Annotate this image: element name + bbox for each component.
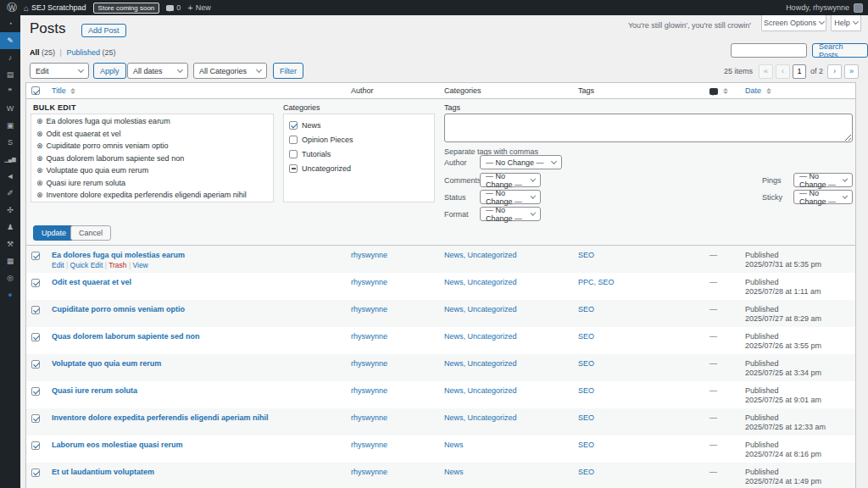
sort-by-date[interactable]: Date: [745, 86, 761, 95]
author-link[interactable]: rhyswynne: [351, 332, 387, 341]
tags-link[interactable]: PPC, SEO: [578, 278, 615, 286]
post-title-link[interactable]: Et ut laudantium voluptatem: [52, 468, 154, 476]
categories-link[interactable]: News, Uncategorized: [444, 359, 517, 368]
categories-link[interactable]: News, Uncategorized: [444, 278, 517, 286]
categories-link[interactable]: News, Uncategorized: [444, 332, 517, 341]
categories-link[interactable]: News, Uncategorized: [444, 413, 517, 422]
bulk-status-select[interactable]: — No Change —: [480, 190, 541, 204]
bulk-pings-select[interactable]: — No Change —: [793, 173, 853, 187]
bulk-comments-select[interactable]: — No Change —: [480, 173, 541, 187]
tags-link[interactable]: SEO: [578, 468, 594, 476]
author-link[interactable]: rhyswynne: [351, 278, 387, 286]
search-input[interactable]: [731, 43, 807, 58]
sort-by-title[interactable]: Title: [52, 86, 66, 95]
tags-link[interactable]: SEO: [578, 251, 594, 259]
last-page-button[interactable]: »: [844, 64, 859, 79]
author-link[interactable]: rhyswynne: [351, 413, 387, 422]
author-link[interactable]: rhyswynne: [351, 359, 387, 368]
howdy-text[interactable]: Howdy, rhyswynne: [786, 3, 849, 12]
row-checkbox[interactable]: [31, 441, 40, 450]
post-title-link[interactable]: Laborum eos molestiae quasi rerum: [52, 441, 183, 449]
tags-link[interactable]: SEO: [578, 332, 594, 341]
add-post-button[interactable]: Add Post: [81, 24, 126, 37]
update-button[interactable]: Update: [33, 225, 75, 241]
apply-button[interactable]: Apply: [93, 63, 126, 79]
post-title-link[interactable]: Cupiditate porro omnis veniam optio: [52, 305, 185, 313]
bulk-author-select[interactable]: — No Change —: [480, 155, 562, 169]
cancel-button[interactable]: Cancel: [70, 225, 111, 241]
sidebar-item-help-beacon[interactable]: ●: [0, 286, 20, 303]
select-all-checkbox[interactable]: [31, 86, 40, 95]
category-checkbox[interactable]: [289, 121, 298, 130]
author-link[interactable]: rhyswynne: [351, 441, 387, 449]
row-action-quick-edit[interactable]: Quick Edit: [70, 261, 103, 269]
bulk-tags-input[interactable]: [444, 114, 853, 142]
tags-link[interactable]: SEO: [578, 359, 594, 368]
remove-post-icon[interactable]: ⊗: [36, 177, 43, 190]
row-checkbox[interactable]: [31, 279, 40, 287]
row-action-edit[interactable]: Edit: [52, 261, 64, 269]
bulk-sticky-select[interactable]: — No Change —: [793, 190, 853, 204]
category-checkbox[interactable]: [289, 150, 298, 158]
remove-post-icon[interactable]: ⊗: [36, 164, 43, 177]
wordpress-logo-icon[interactable]: Ⓦ: [7, 3, 17, 13]
post-title-link[interactable]: Voluptate quo quia eum rerum: [52, 359, 161, 368]
post-title-link[interactable]: Ea dolores fuga qui molestias earum: [52, 251, 185, 259]
filter-button[interactable]: Filter: [273, 63, 303, 79]
post-title-link[interactable]: Quasi iure rerum soluta: [52, 386, 137, 395]
row-checkbox[interactable]: [31, 387, 40, 396]
row-action-trash[interactable]: Trash: [108, 261, 126, 269]
sidebar-item-plugins[interactable]: ✐: [0, 185, 20, 202]
store-coming-soon-badge[interactable]: Store coming soon: [93, 3, 160, 14]
adminbar-comments[interactable]: 0: [166, 3, 181, 12]
view-all-link[interactable]: All: [30, 48, 40, 57]
sidebar-item-analytics[interactable]: ▁▄▆: [0, 151, 20, 168]
tags-link[interactable]: SEO: [578, 305, 594, 313]
adminbar-new-menu[interactable]: + New: [187, 3, 210, 12]
remove-post-icon[interactable]: ⊗: [36, 140, 43, 152]
sidebar-item-woocommerce[interactable]: W: [0, 100, 20, 117]
author-link[interactable]: rhyswynne: [351, 251, 387, 259]
next-page-button[interactable]: ›: [827, 64, 842, 79]
current-page-input[interactable]: [793, 64, 806, 79]
sidebar-item-tools[interactable]: ⚒: [0, 236, 20, 252]
search-posts-button[interactable]: Search Posts: [812, 43, 868, 58]
screen-options-button[interactable]: Screen Options: [761, 15, 826, 31]
category-checkbox[interactable]: [289, 136, 298, 144]
author-link[interactable]: rhyswynne: [351, 468, 387, 476]
sidebar-item-appearance[interactable]: ▣: [0, 117, 20, 134]
category-checkbox[interactable]: [289, 164, 298, 173]
sidebar-item-site-kit[interactable]: S: [0, 134, 20, 151]
sidebar-item-users[interactable]: ♟: [0, 219, 20, 236]
post-title-link[interactable]: Odit est quaerat et vel: [52, 278, 131, 286]
row-checkbox[interactable]: [31, 252, 40, 260]
comments-column-header[interactable]: [709, 86, 745, 95]
categories-link[interactable]: News, Uncategorized: [444, 251, 517, 259]
sidebar-item-settings[interactable]: ▦: [0, 252, 20, 269]
tags-link[interactable]: SEO: [578, 413, 594, 422]
row-checkbox[interactable]: [31, 469, 40, 477]
remove-post-icon[interactable]: ⊗: [36, 189, 43, 202]
row-checkbox[interactable]: [31, 333, 40, 341]
remove-post-icon[interactable]: ⊗: [36, 152, 43, 165]
help-button[interactable]: Help: [831, 15, 861, 31]
categories-link[interactable]: News, Uncategorized: [444, 386, 517, 395]
author-link[interactable]: rhyswynne: [351, 305, 387, 313]
sidebar-item-pages[interactable]: ▤: [0, 66, 20, 83]
view-published-link[interactable]: Published: [66, 48, 100, 57]
sidebar-item-marketing[interactable]: ◄: [0, 168, 20, 185]
post-title-link[interactable]: Inventore dolore expedita perferendis el…: [52, 413, 269, 422]
sidebar-item-dashboard[interactable]: ◔: [0, 15, 20, 32]
date-filter-select[interactable]: All dates: [127, 63, 188, 79]
user-avatar[interactable]: [854, 3, 863, 13]
row-checkbox[interactable]: [31, 360, 40, 369]
author-link[interactable]: rhyswynne: [351, 386, 387, 395]
category-filter-select[interactable]: All Categories: [193, 63, 267, 79]
remove-post-icon[interactable]: ⊗: [36, 128, 43, 141]
tags-link[interactable]: SEO: [578, 441, 594, 449]
sidebar-item-posts[interactable]: ✎: [0, 32, 20, 49]
categories-link[interactable]: News: [444, 441, 464, 449]
row-checkbox[interactable]: [31, 414, 40, 423]
tags-link[interactable]: SEO: [578, 386, 594, 395]
sidebar-item-comments[interactable]: ❞: [0, 83, 20, 100]
